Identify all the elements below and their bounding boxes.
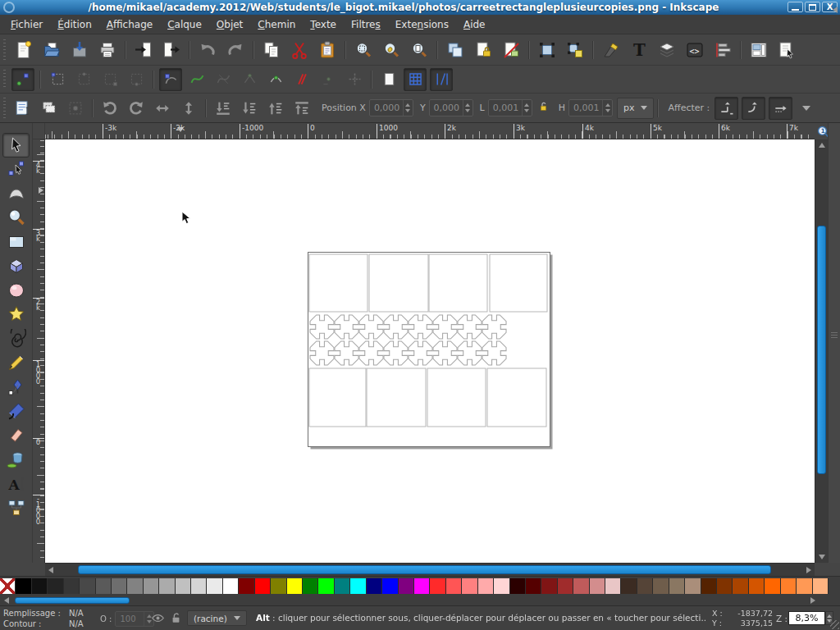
palette-swatch[interactable] [255,578,271,594]
snap-grid-button[interactable] [404,68,427,91]
palette-swatch[interactable] [271,578,286,594]
horizontal-ruler[interactable]: -3k-2k-1000010002k3k4k5k6k7k [45,123,815,139]
zoom-page-button[interactable] [406,37,432,63]
unlink-clone-button[interactable] [498,37,524,63]
edit-copy-button[interactable] [258,37,285,63]
group-button[interactable] [534,37,560,63]
palette-swatch[interactable] [176,578,191,594]
palette-swatch[interactable] [494,578,509,594]
titlebar[interactable]: /home/mikael/academy.2012/Web/students/l… [0,0,840,15]
palette-swatch[interactable] [159,578,175,594]
palette-swatch[interactable] [127,578,143,594]
document-open-button[interactable] [39,37,65,63]
palette-swatch[interactable] [399,578,414,594]
snap-intersections-button[interactable] [290,68,313,91]
snap-smooth-nodes-button[interactable] [264,68,287,91]
palette-swatch[interactable] [653,578,669,594]
layer-selector[interactable]: (racine) [187,610,247,626]
deselect-button[interactable] [63,97,88,120]
raise-top-button[interactable] [290,97,314,120]
affect-move-gradients-button[interactable] [769,97,792,120]
fill-value[interactable]: N/A [69,608,84,619]
palette-swatch[interactable] [701,578,717,594]
raise-button[interactable] [263,97,288,120]
tool-tweak-button[interactable] [2,181,30,206]
snap-bbox-corners-button[interactable] [98,68,121,91]
position-y-field[interactable]: 0,000 [429,99,473,116]
stroke-value[interactable]: N/A [69,619,84,629]
flip-v-button[interactable] [176,97,201,120]
tool-rect-button[interactable] [2,230,30,254]
toolbar-grip[interactable] [3,70,6,89]
snap-guides-button[interactable] [430,68,453,91]
palette-swatch[interactable] [287,578,303,594]
document-properties-button[interactable] [746,37,772,63]
snap-bbox-midpoints-button[interactable] [125,68,148,91]
horizontal-scrollbar-thumb[interactable] [78,565,771,574]
palette-swatch[interactable] [590,578,605,594]
affect-scale-stroke-button[interactable] [714,97,738,120]
palette-swatch[interactable] [430,578,445,594]
document-new-button[interactable] [11,37,37,63]
palette-swatch[interactable] [414,578,430,594]
rotate-ccw-button[interactable] [98,97,122,120]
layers-button[interactable] [654,37,680,63]
tool-bucket-button[interactable] [2,448,30,472]
palette-scrollbar-thumb[interactable] [15,597,130,604]
palette-swatch[interactable] [446,578,462,594]
tool-calligraphy-button[interactable] [2,399,30,424]
duplicate-button[interactable] [442,37,468,63]
export-button[interactable] [158,37,185,63]
menu-extensions[interactable]: Extensions [388,16,456,33]
tool-pencil-button[interactable] [2,351,30,376]
units-dropdown[interactable]: px [617,98,654,119]
rotate-cw-button[interactable] [124,97,148,120]
position-x-field[interactable]: 0,000 [369,99,413,116]
height-field[interactable]: 0,001 [568,99,613,116]
menu-filtres[interactable]: Filtres [344,16,388,33]
toolbar-grip[interactable] [3,98,6,118]
layer-visibility-toggle[interactable] [151,611,165,625]
snap-cusp-nodes-button[interactable] [238,68,261,91]
tool-spiral-button[interactable] [2,326,30,351]
palette-swatch[interactable] [367,578,382,594]
zoom-drawing-button[interactable] [378,37,404,63]
menu-texte[interactable]: Texte [303,16,344,33]
resize-grip[interactable] [830,620,839,629]
palette-swatch[interactable] [112,578,127,594]
document-save-button[interactable] [66,37,93,63]
tool-3dbox-button[interactable] [2,254,30,279]
palette-swatch[interactable] [526,578,541,594]
menu-calque[interactable]: Calque [160,16,209,33]
palette-swatch[interactable] [207,578,222,594]
palette-swatch[interactable] [573,578,589,594]
minimize-button[interactable] [788,2,803,12]
tool-eraser-button[interactable] [2,423,30,448]
palette-swatch[interactable] [48,578,63,594]
palette-swatch[interactable] [462,578,477,594]
snap-bbox-edges-button[interactable] [72,68,95,91]
align-button[interactable] [710,37,736,63]
layer-lock-toggle[interactable] [169,611,183,625]
palette-swatch[interactable] [749,578,765,594]
tool-node-button[interactable] [2,158,30,182]
xml-editor-button[interactable]: <> [682,37,708,63]
palette-swatch[interactable] [239,578,254,594]
palette-scroll-right-arrow[interactable] [810,597,815,604]
tool-zoom-button[interactable] [2,206,30,231]
zoom-selection-button[interactable] [350,37,377,63]
dock-grip[interactable] [831,332,838,339]
menu-aide[interactable]: Aide [456,16,493,33]
snap-page-border-button[interactable] [377,68,400,91]
edit-undo-button[interactable] [194,37,221,63]
snap-bbox-button[interactable] [46,68,69,91]
menu-fichier[interactable]: Fichier [3,16,50,33]
palette-swatch[interactable] [510,578,526,594]
select-all-layers-button[interactable] [37,97,62,120]
palette-scroll-left-icon[interactable] [833,7,838,13]
snap-center-button[interactable] [343,68,366,91]
palette-scrollbar[interactable] [0,596,840,605]
tool-connector-button[interactable] [2,496,30,521]
palette-swatch[interactable] [318,578,334,594]
toolbar-grip[interactable] [3,39,6,61]
